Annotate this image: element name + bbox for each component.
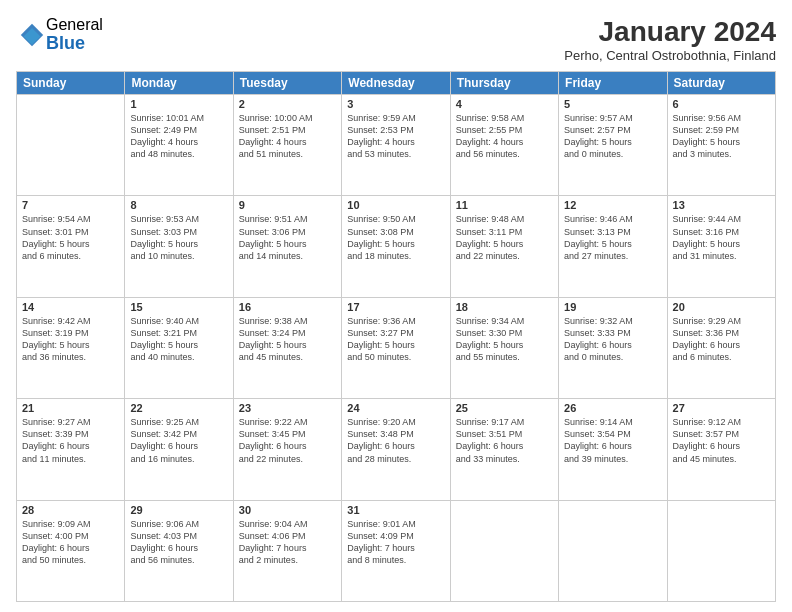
- calendar-cell: 27Sunrise: 9:12 AM Sunset: 3:57 PM Dayli…: [667, 399, 775, 500]
- day-info: Sunrise: 9:50 AM Sunset: 3:08 PM Dayligh…: [347, 213, 444, 262]
- day-info: Sunrise: 9:46 AM Sunset: 3:13 PM Dayligh…: [564, 213, 661, 262]
- calendar-cell: [559, 500, 667, 601]
- day-number: 2: [239, 98, 336, 110]
- calendar-cell: 26Sunrise: 9:14 AM Sunset: 3:54 PM Dayli…: [559, 399, 667, 500]
- day-number: 6: [673, 98, 770, 110]
- calendar-cell: [450, 500, 558, 601]
- day-number: 13: [673, 199, 770, 211]
- day-number: 15: [130, 301, 227, 313]
- title-section: January 2024 Perho, Central Ostrobothnia…: [564, 16, 776, 63]
- calendar-cell: 20Sunrise: 9:29 AM Sunset: 3:36 PM Dayli…: [667, 297, 775, 398]
- day-info: Sunrise: 9:51 AM Sunset: 3:06 PM Dayligh…: [239, 213, 336, 262]
- calendar-cell: 11Sunrise: 9:48 AM Sunset: 3:11 PM Dayli…: [450, 196, 558, 297]
- day-number: 27: [673, 402, 770, 414]
- day-info: Sunrise: 9:48 AM Sunset: 3:11 PM Dayligh…: [456, 213, 553, 262]
- calendar-cell: [17, 95, 125, 196]
- calendar-cell: 8Sunrise: 9:53 AM Sunset: 3:03 PM Daylig…: [125, 196, 233, 297]
- day-number: 31: [347, 504, 444, 516]
- col-wednesday: Wednesday: [342, 72, 450, 95]
- day-number: 28: [22, 504, 119, 516]
- day-number: 11: [456, 199, 553, 211]
- day-number: 21: [22, 402, 119, 414]
- day-info: Sunrise: 9:27 AM Sunset: 3:39 PM Dayligh…: [22, 416, 119, 465]
- day-info: Sunrise: 9:53 AM Sunset: 3:03 PM Dayligh…: [130, 213, 227, 262]
- calendar-cell: 19Sunrise: 9:32 AM Sunset: 3:33 PM Dayli…: [559, 297, 667, 398]
- day-info: Sunrise: 9:58 AM Sunset: 2:55 PM Dayligh…: [456, 112, 553, 161]
- day-info: Sunrise: 10:00 AM Sunset: 2:51 PM Daylig…: [239, 112, 336, 161]
- calendar-cell: 31Sunrise: 9:01 AM Sunset: 4:09 PM Dayli…: [342, 500, 450, 601]
- day-number: 16: [239, 301, 336, 313]
- day-number: 7: [22, 199, 119, 211]
- day-info: Sunrise: 9:06 AM Sunset: 4:03 PM Dayligh…: [130, 518, 227, 567]
- day-info: Sunrise: 9:38 AM Sunset: 3:24 PM Dayligh…: [239, 315, 336, 364]
- header: General Blue January 2024 Perho, Central…: [16, 16, 776, 63]
- day-number: 30: [239, 504, 336, 516]
- calendar-cell: 6Sunrise: 9:56 AM Sunset: 2:59 PM Daylig…: [667, 95, 775, 196]
- calendar-cell: [667, 500, 775, 601]
- col-monday: Monday: [125, 72, 233, 95]
- logo-general: General: [46, 16, 103, 34]
- calendar-cell: 21Sunrise: 9:27 AM Sunset: 3:39 PM Dayli…: [17, 399, 125, 500]
- col-thursday: Thursday: [450, 72, 558, 95]
- calendar-cell: 12Sunrise: 9:46 AM Sunset: 3:13 PM Dayli…: [559, 196, 667, 297]
- day-number: 23: [239, 402, 336, 414]
- calendar: Sunday Monday Tuesday Wednesday Thursday…: [16, 71, 776, 602]
- calendar-cell: 2Sunrise: 10:00 AM Sunset: 2:51 PM Dayli…: [233, 95, 341, 196]
- day-number: 20: [673, 301, 770, 313]
- calendar-week-2: 14Sunrise: 9:42 AM Sunset: 3:19 PM Dayli…: [17, 297, 776, 398]
- calendar-cell: 3Sunrise: 9:59 AM Sunset: 2:53 PM Daylig…: [342, 95, 450, 196]
- col-saturday: Saturday: [667, 72, 775, 95]
- col-sunday: Sunday: [17, 72, 125, 95]
- day-info: Sunrise: 9:20 AM Sunset: 3:48 PM Dayligh…: [347, 416, 444, 465]
- logo: General Blue: [16, 16, 103, 53]
- day-info: Sunrise: 9:14 AM Sunset: 3:54 PM Dayligh…: [564, 416, 661, 465]
- calendar-cell: 17Sunrise: 9:36 AM Sunset: 3:27 PM Dayli…: [342, 297, 450, 398]
- day-info: Sunrise: 9:59 AM Sunset: 2:53 PM Dayligh…: [347, 112, 444, 161]
- day-number: 8: [130, 199, 227, 211]
- location: Perho, Central Ostrobothnia, Finland: [564, 48, 776, 63]
- calendar-cell: 30Sunrise: 9:04 AM Sunset: 4:06 PM Dayli…: [233, 500, 341, 601]
- calendar-cell: 15Sunrise: 9:40 AM Sunset: 3:21 PM Dayli…: [125, 297, 233, 398]
- calendar-cell: 7Sunrise: 9:54 AM Sunset: 3:01 PM Daylig…: [17, 196, 125, 297]
- day-number: 24: [347, 402, 444, 414]
- calendar-header-row: Sunday Monday Tuesday Wednesday Thursday…: [17, 72, 776, 95]
- day-number: 18: [456, 301, 553, 313]
- calendar-cell: 14Sunrise: 9:42 AM Sunset: 3:19 PM Dayli…: [17, 297, 125, 398]
- day-number: 3: [347, 98, 444, 110]
- day-info: Sunrise: 9:25 AM Sunset: 3:42 PM Dayligh…: [130, 416, 227, 465]
- calendar-cell: 16Sunrise: 9:38 AM Sunset: 3:24 PM Dayli…: [233, 297, 341, 398]
- day-info: Sunrise: 9:57 AM Sunset: 2:57 PM Dayligh…: [564, 112, 661, 161]
- day-info: Sunrise: 9:40 AM Sunset: 3:21 PM Dayligh…: [130, 315, 227, 364]
- calendar-cell: 4Sunrise: 9:58 AM Sunset: 2:55 PM Daylig…: [450, 95, 558, 196]
- day-number: 25: [456, 402, 553, 414]
- day-number: 19: [564, 301, 661, 313]
- month-title: January 2024: [564, 16, 776, 48]
- day-info: Sunrise: 9:36 AM Sunset: 3:27 PM Dayligh…: [347, 315, 444, 364]
- day-number: 10: [347, 199, 444, 211]
- day-info: Sunrise: 10:01 AM Sunset: 2:49 PM Daylig…: [130, 112, 227, 161]
- calendar-cell: 13Sunrise: 9:44 AM Sunset: 3:16 PM Dayli…: [667, 196, 775, 297]
- calendar-cell: 9Sunrise: 9:51 AM Sunset: 3:06 PM Daylig…: [233, 196, 341, 297]
- day-info: Sunrise: 9:44 AM Sunset: 3:16 PM Dayligh…: [673, 213, 770, 262]
- calendar-week-1: 7Sunrise: 9:54 AM Sunset: 3:01 PM Daylig…: [17, 196, 776, 297]
- calendar-cell: 22Sunrise: 9:25 AM Sunset: 3:42 PM Dayli…: [125, 399, 233, 500]
- calendar-cell: 29Sunrise: 9:06 AM Sunset: 4:03 PM Dayli…: [125, 500, 233, 601]
- day-number: 22: [130, 402, 227, 414]
- day-info: Sunrise: 9:56 AM Sunset: 2:59 PM Dayligh…: [673, 112, 770, 161]
- col-tuesday: Tuesday: [233, 72, 341, 95]
- day-info: Sunrise: 9:54 AM Sunset: 3:01 PM Dayligh…: [22, 213, 119, 262]
- logo-icon: [18, 21, 46, 49]
- day-number: 29: [130, 504, 227, 516]
- day-info: Sunrise: 9:12 AM Sunset: 3:57 PM Dayligh…: [673, 416, 770, 465]
- day-info: Sunrise: 9:17 AM Sunset: 3:51 PM Dayligh…: [456, 416, 553, 465]
- calendar-cell: 28Sunrise: 9:09 AM Sunset: 4:00 PM Dayli…: [17, 500, 125, 601]
- calendar-week-3: 21Sunrise: 9:27 AM Sunset: 3:39 PM Dayli…: [17, 399, 776, 500]
- calendar-cell: 10Sunrise: 9:50 AM Sunset: 3:08 PM Dayli…: [342, 196, 450, 297]
- logo-blue: Blue: [46, 34, 103, 54]
- day-number: 17: [347, 301, 444, 313]
- calendar-cell: 18Sunrise: 9:34 AM Sunset: 3:30 PM Dayli…: [450, 297, 558, 398]
- day-number: 4: [456, 98, 553, 110]
- calendar-cell: 24Sunrise: 9:20 AM Sunset: 3:48 PM Dayli…: [342, 399, 450, 500]
- calendar-cell: 5Sunrise: 9:57 AM Sunset: 2:57 PM Daylig…: [559, 95, 667, 196]
- calendar-cell: 1Sunrise: 10:01 AM Sunset: 2:49 PM Dayli…: [125, 95, 233, 196]
